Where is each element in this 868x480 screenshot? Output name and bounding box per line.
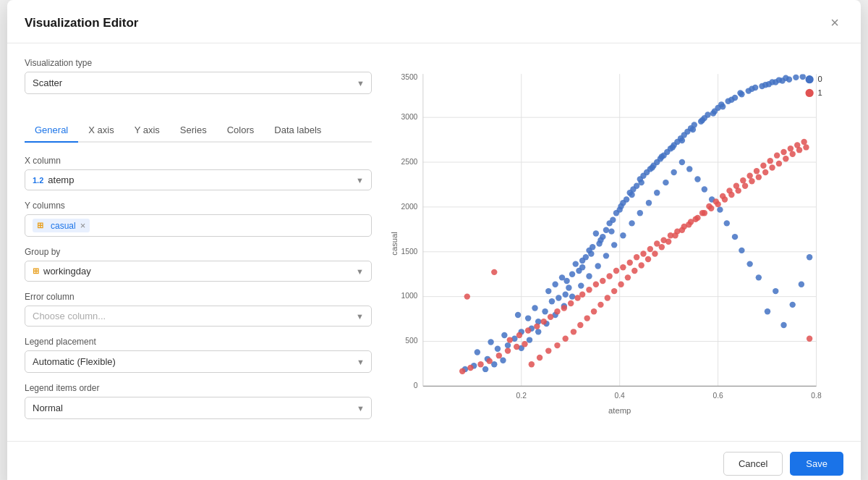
svg-point-45	[532, 305, 537, 311]
y-columns-field[interactable]: ⊞ casual ×	[25, 214, 372, 237]
svg-point-49	[566, 285, 571, 290]
error-column-field[interactable]: Choose column... ▼	[25, 306, 372, 327]
x-column-chevron-icon: ▼	[356, 176, 364, 185]
svg-point-250	[713, 198, 719, 204]
svg-point-131	[783, 75, 788, 81]
svg-point-167	[527, 337, 532, 342]
save-button[interactable]: Save	[790, 452, 843, 476]
svg-point-249	[706, 203, 712, 209]
svg-point-190	[579, 292, 585, 298]
svg-point-261	[788, 146, 793, 151]
svg-point-175	[487, 358, 493, 363]
legend-placement-section: Legend placement Automatic (Flexible) To…	[25, 337, 372, 373]
svg-point-160	[586, 273, 592, 279]
svg-point-221	[789, 151, 795, 157]
svg-point-253	[733, 183, 739, 189]
svg-point-225	[537, 355, 542, 361]
svg-text:0.8: 0.8	[811, 392, 822, 400]
svg-point-234	[605, 295, 610, 300]
close-button[interactable]: ×	[826, 13, 843, 33]
svg-point-186	[554, 308, 560, 314]
svg-point-132	[800, 74, 806, 80]
x-column-label: X column	[25, 156, 372, 166]
svg-text:2500: 2500	[401, 158, 417, 166]
svg-point-44	[542, 308, 548, 314]
svg-point-117	[649, 164, 655, 170]
svg-point-177	[505, 348, 511, 353]
group-by-field[interactable]: ⊞ workingday ▼	[25, 261, 372, 282]
svg-point-191	[586, 287, 592, 292]
group-by-type-icon: ⊞	[33, 266, 39, 276]
svg-point-240	[645, 256, 651, 262]
svg-point-124	[720, 104, 726, 109]
svg-point-230	[577, 322, 583, 328]
error-column-chevron-icon: ▼	[356, 312, 364, 321]
error-column-section: Error column Choose column... ▼	[25, 292, 372, 327]
svg-point-194	[606, 273, 612, 279]
svg-point-265	[491, 269, 497, 275]
svg-text:0.4: 0.4	[615, 392, 626, 400]
tab-general[interactable]: General	[25, 119, 78, 143]
tab-yaxis[interactable]: Y axis	[124, 119, 170, 143]
svg-point-122	[699, 117, 705, 123]
svg-point-109	[563, 278, 569, 284]
cancel-button[interactable]: Cancel	[723, 452, 783, 476]
svg-point-48	[562, 292, 568, 298]
svg-point-140	[746, 261, 752, 266]
svg-point-38	[505, 342, 511, 348]
svg-point-147	[694, 176, 700, 182]
svg-point-198	[634, 254, 639, 260]
svg-point-139	[756, 274, 762, 280]
tab-series[interactable]: Series	[170, 119, 217, 143]
svg-point-153	[646, 200, 652, 206]
x-column-type-icon: 1.2	[33, 176, 43, 185]
y-columns-label: Y columns	[25, 201, 372, 211]
viz-type-label: Visualization type	[25, 58, 372, 68]
svg-text:atemp: atemp	[608, 406, 631, 415]
svg-point-143	[724, 220, 730, 226]
viz-type-select[interactable]: Scatter Bar Line	[25, 72, 372, 94]
tab-datalabels[interactable]: Data labels	[264, 119, 331, 143]
svg-point-242	[659, 244, 665, 250]
svg-point-258	[767, 158, 773, 164]
tab-xaxis[interactable]: X axis	[78, 119, 124, 143]
y-columns-section: Y columns ⊞ casual ×	[25, 201, 372, 237]
svg-point-239	[638, 262, 644, 268]
svg-point-126	[737, 90, 743, 96]
svg-point-162	[569, 293, 575, 299]
svg-point-123	[710, 110, 716, 116]
svg-point-0	[806, 75, 814, 83]
svg-point-149	[679, 159, 685, 165]
tab-colors[interactable]: Colors	[217, 119, 265, 143]
svg-point-245	[679, 227, 685, 233]
svg-point-174	[477, 361, 483, 367]
svg-point-108	[545, 288, 551, 294]
svg-point-138	[765, 308, 770, 314]
svg-point-236	[618, 282, 624, 287]
svg-text:0: 0	[817, 75, 822, 83]
svg-point-188	[568, 300, 574, 306]
group-by-label: Group by	[25, 247, 372, 257]
svg-point-120	[679, 138, 685, 143]
svg-point-233	[597, 302, 603, 308]
svg-point-266	[807, 336, 812, 342]
tag-remove-icon[interactable]: ×	[80, 220, 86, 231]
legend-placement-select[interactable]: Automatic (Flexible) Top Bottom Left Rig…	[25, 350, 372, 373]
svg-point-197	[627, 260, 633, 266]
svg-point-112	[597, 237, 603, 243]
x-column-field[interactable]: 1.2 atemp ▼	[25, 169, 372, 190]
svg-point-136	[780, 322, 786, 328]
svg-point-185	[548, 314, 553, 320]
svg-point-134	[799, 282, 804, 287]
tag-label: casual	[51, 221, 76, 231]
svg-point-125	[728, 97, 734, 103]
legend-items-order-select[interactable]: Normal Reversed	[25, 397, 372, 419]
left-panel: Visualization type Scatter Bar Line ▼ Ge…	[25, 58, 372, 429]
group-by-chevron-icon: ▼	[356, 267, 364, 276]
svg-point-246	[686, 222, 692, 227]
svg-point-141	[739, 248, 744, 253]
svg-text:1000: 1000	[401, 292, 417, 300]
svg-point-252	[726, 188, 732, 193]
svg-point-248	[699, 210, 705, 216]
svg-point-235	[611, 288, 617, 294]
